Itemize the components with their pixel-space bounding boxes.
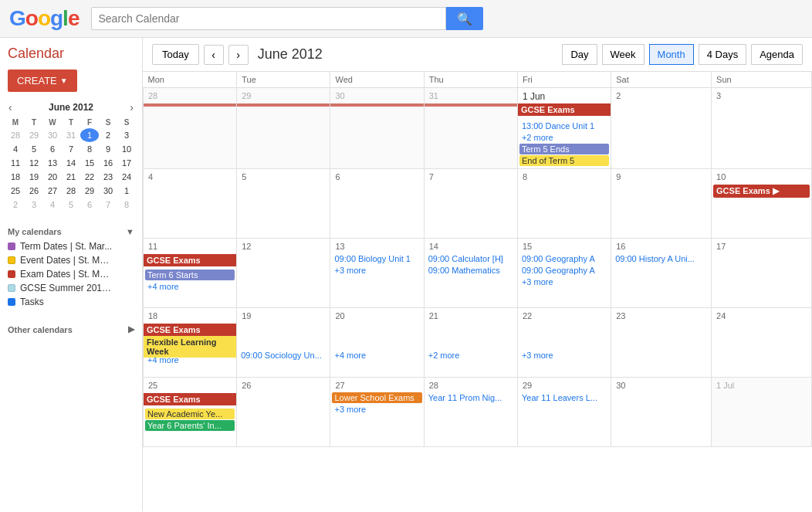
- mini-day-3-5[interactable]: 23: [99, 170, 117, 184]
- day-jun27[interactable]: 27 Lower School Exams +3 more: [330, 378, 424, 447]
- my-calendars-toggle[interactable]: ▼: [126, 227, 134, 236]
- mini-day-2-6[interactable]: 17: [117, 156, 136, 170]
- event-sociology[interactable]: 09:00 Sociology Un...: [239, 350, 328, 361]
- day-jun30[interactable]: 30: [611, 378, 712, 447]
- event-more-jun20[interactable]: +4 more: [332, 350, 421, 361]
- day-jun11[interactable]: 11 GCSE Exams Term 6 Starts +4 more: [144, 239, 237, 308]
- mini-day-5-1[interactable]: 3: [25, 198, 43, 212]
- day-jun16[interactable]: 16 09:00 History A Uni...: [611, 239, 712, 308]
- mini-day-3-0[interactable]: 18: [6, 170, 25, 184]
- day-jun4[interactable]: 4: [144, 169, 237, 239]
- day-jun8[interactable]: 8: [517, 169, 611, 239]
- day-jun21[interactable]: 21 +2 more: [424, 308, 517, 378]
- search-button[interactable]: 🔍: [446, 7, 483, 30]
- mini-day-3-2[interactable]: 20: [43, 170, 62, 184]
- day-jun24[interactable]: 24: [712, 308, 812, 378]
- event-more-jun22[interactable]: +3 more: [519, 350, 609, 361]
- day-jun13[interactable]: 13 09:00 Biology Unit 1 +3 more: [330, 239, 424, 308]
- day-jun14[interactable]: 14 09:00 Calculator [H] 09:00 Mathematic…: [424, 239, 517, 308]
- mini-day-2-2[interactable]: 13: [43, 156, 62, 170]
- event-plus2-jun1[interactable]: +2 more: [519, 132, 609, 143]
- mini-day-1-4[interactable]: 8: [80, 142, 99, 156]
- mini-day-0-6[interactable]: 3: [117, 128, 136, 142]
- next-month-button[interactable]: ›: [228, 45, 249, 65]
- mini-day-2-3[interactable]: 14: [62, 156, 80, 170]
- day-jun19[interactable]: 19 09:00 Sociology Un...: [237, 308, 330, 378]
- day-jun26[interactable]: 26: [237, 378, 330, 447]
- mini-day-2-0[interactable]: 11: [6, 156, 25, 170]
- mini-day-5-3[interactable]: 5: [62, 198, 80, 212]
- day-may30[interactable]: 30: [330, 88, 424, 169]
- mini-day-4-2[interactable]: 27: [43, 184, 62, 198]
- day-jun5[interactable]: 5: [237, 169, 330, 239]
- event-dance-unit1[interactable]: 13:00 Dance Unit 1: [519, 120, 609, 131]
- event-more-jun18[interactable]: +4 more: [145, 354, 235, 365]
- day-jun23[interactable]: 23: [611, 308, 712, 378]
- mini-day-4-0[interactable]: 25: [6, 184, 25, 198]
- day-jun22[interactable]: 22 +3 more: [517, 308, 611, 378]
- mini-day-1-5[interactable]: 9: [99, 142, 117, 156]
- day-jun15[interactable]: 15 09:00 Geography A 09:00 Geography A +…: [517, 239, 611, 308]
- mini-day-2-4[interactable]: 15: [80, 156, 99, 170]
- mini-day-5-6[interactable]: 8: [117, 198, 136, 212]
- event-term6-starts[interactable]: Term 6 Starts: [145, 270, 235, 280]
- event-geo-a2[interactable]: 09:00 Geography A: [519, 265, 609, 276]
- event-year11-leavers[interactable]: Year 11 Leavers L...: [519, 392, 609, 403]
- day-jun3[interactable]: 3: [712, 88, 812, 169]
- day-jul1[interactable]: 1 Jul: [712, 378, 812, 447]
- mini-day-2-5[interactable]: 16: [99, 156, 117, 170]
- week-view-button[interactable]: Week: [602, 44, 645, 65]
- mini-day-0-2[interactable]: 30: [43, 128, 62, 142]
- mini-day-0-5[interactable]: 2: [99, 128, 117, 142]
- day-jun17[interactable]: 17: [712, 239, 812, 308]
- day-jun1[interactable]: 1 Jun GCSE Exams 13:00 Dance Unit 1 +2 m…: [517, 88, 611, 169]
- event-history[interactable]: 09:00 History A Uni...: [613, 253, 709, 264]
- day-jun6[interactable]: 6: [330, 169, 424, 239]
- sidebar-item-gcse[interactable]: GCSE Summer 2012...: [0, 281, 142, 295]
- mini-cal-next[interactable]: ›: [127, 101, 136, 114]
- mini-day-0-4[interactable]: 1: [80, 128, 99, 142]
- mini-day-4-1[interactable]: 26: [25, 184, 43, 198]
- prev-month-button[interactable]: ‹: [204, 45, 224, 65]
- agenda-view-button[interactable]: Agenda: [751, 44, 803, 65]
- mini-day-0-0[interactable]: 28: [6, 128, 25, 142]
- mini-day-3-3[interactable]: 21: [62, 170, 80, 184]
- day-jun7[interactable]: 7: [424, 169, 517, 239]
- mini-day-0-3[interactable]: 31: [62, 128, 80, 142]
- day-jun12[interactable]: 12: [237, 239, 330, 308]
- mini-day-5-2[interactable]: 4: [43, 198, 62, 212]
- mini-day-3-1[interactable]: 19: [25, 170, 43, 184]
- event-end-term5[interactable]: End of Term 5: [519, 155, 609, 166]
- mini-day-1-1[interactable]: 5: [25, 142, 43, 156]
- sidebar-item-exam-dates[interactable]: Exam Dates | St. Mar...: [0, 267, 142, 281]
- mini-day-4-5[interactable]: 30: [99, 184, 117, 198]
- search-input[interactable]: [91, 7, 446, 30]
- mini-day-2-1[interactable]: 12: [25, 156, 43, 170]
- day-jun20[interactable]: 20 +4 more: [330, 308, 424, 378]
- mini-day-5-5[interactable]: 7: [99, 198, 117, 212]
- event-new-academic[interactable]: New Academic Ye...: [145, 409, 235, 419]
- event-maths[interactable]: 09:00 Mathematics: [426, 265, 516, 276]
- day-jun9[interactable]: 9: [611, 169, 712, 239]
- mini-day-4-4[interactable]: 29: [80, 184, 99, 198]
- 4days-view-button[interactable]: 4 Days: [699, 44, 746, 65]
- mini-day-3-4[interactable]: 22: [80, 170, 99, 184]
- event-term5-ends[interactable]: Term 5 Ends: [519, 144, 609, 154]
- day-may29[interactable]: 29: [237, 88, 330, 169]
- mini-day-1-2[interactable]: 6: [43, 142, 62, 156]
- sidebar-item-tasks[interactable]: Tasks: [0, 295, 142, 309]
- event-more-jun11[interactable]: +4 more: [145, 281, 235, 292]
- create-button[interactable]: CREATE ▼: [8, 70, 77, 92]
- mini-day-1-0[interactable]: 4: [6, 142, 25, 156]
- event-more-jun15[interactable]: +3 more: [519, 276, 609, 287]
- day-view-button[interactable]: Day: [562, 44, 597, 65]
- other-calendars-toggle[interactable]: ▶: [128, 324, 134, 334]
- sidebar-item-term-dates[interactable]: Term Dates | St. Mar...: [0, 239, 142, 253]
- mini-day-4-6[interactable]: 1: [117, 184, 136, 198]
- day-jun25[interactable]: 25 GCSE Exams New Academic Ye... Year 6 …: [144, 378, 237, 447]
- mini-day-5-0[interactable]: 2: [6, 198, 25, 212]
- event-more-jun27[interactable]: +3 more: [332, 404, 421, 415]
- mini-cal-prev[interactable]: ‹: [6, 101, 15, 114]
- mini-day-4-3[interactable]: 28: [62, 184, 80, 198]
- event-lower-school[interactable]: Lower School Exams: [332, 392, 421, 403]
